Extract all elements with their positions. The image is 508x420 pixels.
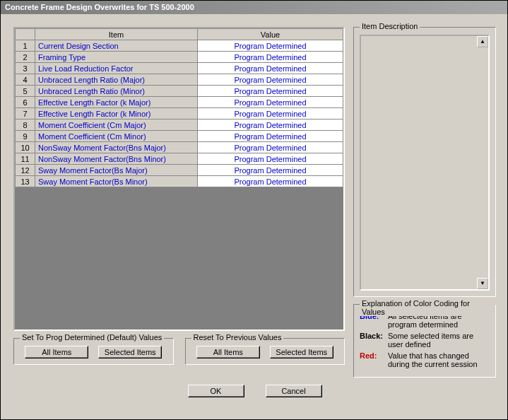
row-number: 11 — [16, 153, 35, 165]
table-row[interactable]: 8Moment Coefficient (Cm Major)Program De… — [16, 119, 343, 131]
explanation-row: Black:Some selected items are user defin… — [360, 332, 490, 349]
row-number: 6 — [16, 97, 35, 108]
item-cell[interactable]: Moment Coefficient (Cm Minor) — [35, 131, 198, 142]
value-cell[interactable]: Program Determined — [198, 165, 343, 176]
value-cell[interactable]: Program Determined — [198, 63, 343, 74]
value-cell[interactable]: Program Determined — [198, 40, 343, 52]
dialog-window: Concrete Frame Design Overwrites for TS … — [0, 0, 508, 420]
value-cell[interactable]: Program Determined — [198, 97, 343, 108]
row-number: 9 — [16, 131, 35, 142]
item-cell[interactable]: Sway Moment Factor(Bs Minor) — [35, 176, 198, 187]
table-row[interactable]: 7Effective Length Factor (k Minor)Progra… — [16, 108, 343, 119]
content-area: Item Value 1Current Design SectionProgra… — [1, 14, 507, 419]
value-cell[interactable]: Program Determined — [198, 153, 343, 165]
table-row[interactable]: 1Current Design SectionProgram Determine… — [16, 40, 343, 52]
row-number: 4 — [16, 74, 35, 86]
explanation-group: Explanation of Color Coding for Values B… — [353, 304, 496, 378]
table-row[interactable]: 11NonSway Moment Factor(Bns Minor)Progra… — [16, 153, 343, 165]
value-cell[interactable]: Program Determined — [198, 142, 343, 153]
table-row[interactable]: 6Effective Length Factor (k Major)Progra… — [16, 97, 343, 108]
table-row[interactable]: 4Unbraced Length Ratio (Major)Program De… — [16, 74, 343, 86]
table-row[interactable]: 2Framing TypeProgram Determined — [16, 52, 343, 63]
item-cell[interactable]: NonSway Moment Factor(Bns Major) — [35, 142, 198, 153]
explanation-text: Value that has changed during the curren… — [388, 351, 490, 368]
set-prog-legend: Set To Prog Determined (Default) Values — [20, 333, 164, 342]
value-cell[interactable]: Program Determined — [198, 52, 343, 63]
value-cell[interactable]: Program Determined — [198, 131, 343, 142]
value-cell[interactable]: Program Determined — [198, 86, 343, 97]
set-prog-group: Set To Prog Determined (Default) Values … — [13, 338, 174, 365]
row-number: 10 — [16, 142, 35, 153]
row-number: 7 — [16, 108, 35, 119]
row-number: 12 — [16, 165, 35, 176]
row-number: 2 — [16, 52, 35, 63]
item-cell[interactable]: Moment Coefficient (Cm Major) — [35, 119, 198, 131]
overwrites-grid[interactable]: Item Value 1Current Design SectionProgra… — [13, 27, 345, 331]
set-prog-selected-button[interactable]: Selected Items — [98, 346, 162, 358]
item-cell[interactable]: Effective Length Factor (k Minor) — [35, 108, 198, 119]
scroll-up-icon[interactable]: ▲ — [477, 36, 488, 47]
item-cell[interactable]: Effective Length Factor (k Major) — [35, 97, 198, 108]
scroll-down-icon[interactable]: ▼ — [477, 278, 488, 289]
grid-header-blank — [16, 29, 35, 40]
item-cell[interactable]: Framing Type — [35, 52, 198, 63]
item-cell[interactable]: Unbraced Length Ratio (Major) — [35, 74, 198, 86]
row-number: 8 — [16, 119, 35, 131]
item-description-box[interactable]: ▲ ▼ — [360, 35, 490, 291]
grid-header-value[interactable]: Value — [198, 29, 343, 40]
row-number: 13 — [16, 176, 35, 187]
explanation-row: Red:Value that has changed during the cu… — [360, 351, 490, 368]
item-cell[interactable]: Sway Moment Factor(Bs Major) — [35, 165, 198, 176]
value-cell[interactable]: Program Determined — [198, 108, 343, 119]
grid-empty-area — [15, 187, 343, 331]
table-row[interactable]: 13Sway Moment Factor(Bs Minor)Program De… — [16, 176, 343, 187]
item-description-group: Item Description ▲ ▼ — [353, 27, 496, 297]
row-number: 5 — [16, 86, 35, 97]
ok-button[interactable]: OK — [188, 385, 244, 397]
item-cell[interactable]: Live Load Reduction Factor — [35, 63, 198, 74]
table-row[interactable]: 10NonSway Moment Factor(Bns Major)Progra… — [16, 142, 343, 153]
reset-prev-group: Reset To Previous Values All Items Selec… — [185, 338, 345, 365]
table-row[interactable]: 9Moment Coefficient (Cm Minor)Program De… — [16, 131, 343, 142]
item-cell[interactable]: NonSway Moment Factor(Bns Minor) — [35, 153, 198, 165]
row-number: 3 — [16, 63, 35, 74]
item-cell[interactable]: Unbraced Length Ratio (Minor) — [35, 86, 198, 97]
value-cell[interactable]: Program Determined — [198, 119, 343, 131]
item-cell[interactable]: Current Design Section — [35, 40, 198, 52]
item-description-legend: Item Description — [360, 22, 420, 30]
grid-header-item[interactable]: Item — [35, 29, 198, 40]
explanation-label: Black: — [360, 332, 388, 349]
table-row[interactable]: 5Unbraced Length Ratio (Minor)Program De… — [16, 86, 343, 97]
grid-header-row: Item Value — [16, 29, 343, 40]
explanation-legend: Explanation of Color Coding for Values — [360, 299, 495, 316]
row-number: 1 — [16, 40, 35, 52]
table-row[interactable]: 12Sway Moment Factor(Bs Major)Program De… — [16, 165, 343, 176]
explanation-label: Red: — [360, 351, 388, 368]
reset-all-button[interactable]: All Items — [196, 346, 260, 358]
value-cell[interactable]: Program Determined — [198, 176, 343, 187]
titlebar[interactable]: Concrete Frame Design Overwrites for TS … — [1, 1, 507, 14]
explanation-text: Some selected items are user defined — [388, 332, 490, 349]
value-cell[interactable]: Program Determined — [198, 74, 343, 86]
cancel-button[interactable]: Cancel — [266, 385, 322, 397]
reset-prev-legend: Reset To Previous Values — [191, 333, 284, 342]
table-row[interactable]: 3Live Load Reduction FactorProgram Deter… — [16, 63, 343, 74]
reset-selected-button[interactable]: Selected Items — [270, 346, 333, 358]
set-prog-all-button[interactable]: All Items — [25, 346, 88, 358]
